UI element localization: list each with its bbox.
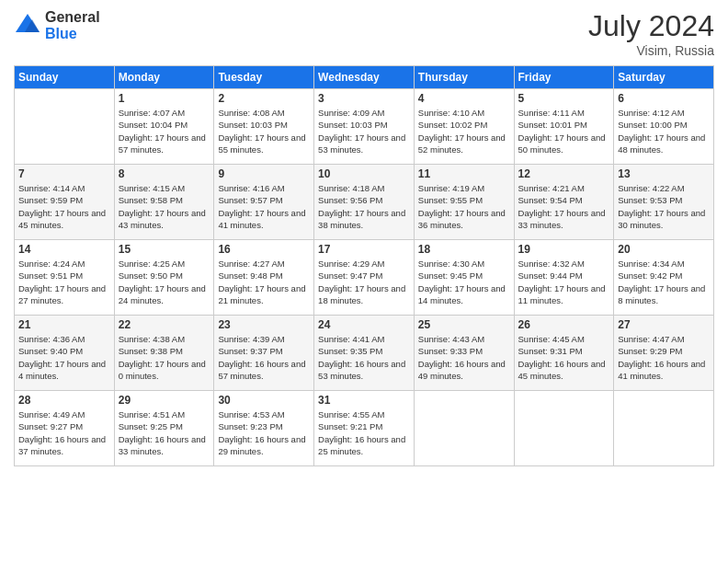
day-number: 14 — [18, 243, 110, 256]
day-info: Sunrise: 4:08 AMSunset: 10:03 PMDaylight… — [218, 107, 310, 155]
logo-blue-text: Blue — [45, 26, 100, 42]
day-info: Sunrise: 4:55 AMSunset: 9:21 PMDaylight:… — [318, 408, 410, 457]
calendar-cell: 2Sunrise: 4:08 AMSunset: 10:03 PMDayligh… — [214, 89, 314, 165]
calendar-cell: 18Sunrise: 4:30 AMSunset: 9:45 PMDayligh… — [414, 240, 514, 316]
calendar-cell: 27Sunrise: 4:47 AMSunset: 9:29 PMDayligh… — [614, 316, 714, 391]
day-info: Sunrise: 4:34 AMSunset: 9:42 PMDaylight:… — [618, 258, 710, 306]
calendar-cell: 10Sunrise: 4:18 AMSunset: 9:56 PMDayligh… — [314, 165, 415, 240]
calendar-container: General Blue July 2024 Visim, Russia Sun… — [0, 0, 728, 563]
day-header-monday: Monday — [114, 66, 214, 89]
calendar-cell — [15, 89, 115, 165]
day-info: Sunrise: 4:09 AMSunset: 10:03 PMDaylight… — [318, 107, 410, 155]
header: General Blue July 2024 Visim, Russia — [14, 9, 714, 58]
day-info: Sunrise: 4:30 AMSunset: 9:45 PMDaylight:… — [418, 258, 510, 306]
calendar-cell: 28Sunrise: 4:49 AMSunset: 9:27 PMDayligh… — [15, 391, 115, 466]
day-number: 5 — [518, 92, 610, 105]
day-number: 11 — [418, 167, 510, 180]
day-number: 8 — [119, 167, 210, 180]
month-year: July 2024 — [588, 9, 714, 43]
calendar-cell: 19Sunrise: 4:32 AMSunset: 9:44 PMDayligh… — [514, 240, 614, 316]
calendar-cell: 17Sunrise: 4:29 AMSunset: 9:47 PMDayligh… — [314, 240, 415, 316]
calendar-cell: 22Sunrise: 4:38 AMSunset: 9:38 PMDayligh… — [114, 316, 214, 391]
calendar-week-1: 1Sunrise: 4:07 AMSunset: 10:04 PMDayligh… — [15, 89, 714, 165]
calendar-cell: 4Sunrise: 4:10 AMSunset: 10:02 PMDayligh… — [414, 89, 514, 165]
day-info: Sunrise: 4:25 AMSunset: 9:50 PMDaylight:… — [119, 258, 210, 306]
calendar-week-3: 14Sunrise: 4:24 AMSunset: 9:51 PMDayligh… — [15, 240, 714, 316]
logo-general-text: General — [45, 9, 100, 26]
calendar-cell: 29Sunrise: 4:51 AMSunset: 9:25 PMDayligh… — [114, 391, 214, 466]
day-number: 21 — [18, 318, 110, 331]
calendar-cell: 31Sunrise: 4:55 AMSunset: 9:21 PMDayligh… — [314, 391, 415, 466]
calendar-cell: 11Sunrise: 4:19 AMSunset: 9:55 PMDayligh… — [414, 165, 514, 240]
day-info: Sunrise: 4:43 AMSunset: 9:33 PMDaylight:… — [418, 333, 510, 382]
calendar-cell: 3Sunrise: 4:09 AMSunset: 10:03 PMDayligh… — [314, 89, 415, 165]
day-number: 12 — [518, 167, 610, 180]
day-number: 2 — [218, 92, 310, 105]
day-header-wednesday: Wednesday — [314, 66, 415, 89]
calendar-body: 1Sunrise: 4:07 AMSunset: 10:04 PMDayligh… — [15, 89, 714, 466]
day-header-thursday: Thursday — [414, 66, 514, 89]
day-number: 20 — [618, 243, 710, 256]
day-number: 17 — [318, 243, 410, 256]
calendar-cell: 1Sunrise: 4:07 AMSunset: 10:04 PMDayligh… — [114, 89, 214, 165]
day-info: Sunrise: 4:41 AMSunset: 9:35 PMDaylight:… — [318, 333, 410, 382]
calendar-cell: 5Sunrise: 4:11 AMSunset: 10:01 PMDayligh… — [514, 89, 614, 165]
day-info: Sunrise: 4:24 AMSunset: 9:51 PMDaylight:… — [18, 258, 110, 306]
day-info: Sunrise: 4:49 AMSunset: 9:27 PMDaylight:… — [18, 408, 110, 457]
day-info: Sunrise: 4:51 AMSunset: 9:25 PMDaylight:… — [119, 408, 210, 457]
calendar-cell: 9Sunrise: 4:16 AMSunset: 9:57 PMDaylight… — [214, 165, 314, 240]
calendar-cell: 24Sunrise: 4:41 AMSunset: 9:35 PMDayligh… — [314, 316, 415, 391]
day-info: Sunrise: 4:29 AMSunset: 9:47 PMDaylight:… — [318, 258, 410, 306]
day-header-sunday: Sunday — [15, 66, 115, 89]
calendar-cell: 30Sunrise: 4:53 AMSunset: 9:23 PMDayligh… — [214, 391, 314, 466]
calendar-cell: 25Sunrise: 4:43 AMSunset: 9:33 PMDayligh… — [414, 316, 514, 391]
day-info: Sunrise: 4:11 AMSunset: 10:01 PMDaylight… — [518, 107, 610, 155]
calendar-week-2: 7Sunrise: 4:14 AMSunset: 9:59 PMDaylight… — [15, 165, 714, 240]
calendar-cell: 26Sunrise: 4:45 AMSunset: 9:31 PMDayligh… — [514, 316, 614, 391]
calendar-cell: 20Sunrise: 4:34 AMSunset: 9:42 PMDayligh… — [614, 240, 714, 316]
calendar-cell: 14Sunrise: 4:24 AMSunset: 9:51 PMDayligh… — [15, 240, 115, 316]
day-number: 28 — [18, 394, 110, 407]
day-info: Sunrise: 4:15 AMSunset: 9:58 PMDaylight:… — [119, 182, 210, 231]
day-number: 24 — [318, 318, 410, 331]
logo-icon — [14, 12, 41, 40]
calendar-cell: 6Sunrise: 4:12 AMSunset: 10:00 PMDayligh… — [614, 89, 714, 165]
day-info: Sunrise: 4:21 AMSunset: 9:54 PMDaylight:… — [518, 182, 610, 231]
day-info: Sunrise: 4:19 AMSunset: 9:55 PMDaylight:… — [418, 182, 510, 231]
calendar-cell: 16Sunrise: 4:27 AMSunset: 9:48 PMDayligh… — [214, 240, 314, 316]
calendar-cell — [514, 391, 614, 466]
day-info: Sunrise: 4:18 AMSunset: 9:56 PMDaylight:… — [318, 182, 410, 231]
day-number: 6 — [618, 92, 710, 105]
calendar-header-row: SundayMondayTuesdayWednesdayThursdayFrid… — [15, 66, 714, 89]
day-info: Sunrise: 4:36 AMSunset: 9:40 PMDaylight:… — [18, 333, 110, 382]
day-number: 18 — [418, 243, 510, 256]
day-info: Sunrise: 4:22 AMSunset: 9:53 PMDaylight:… — [618, 182, 710, 231]
day-number: 26 — [518, 318, 610, 331]
day-number: 31 — [318, 394, 410, 407]
day-number: 4 — [418, 92, 510, 105]
day-number: 15 — [119, 243, 210, 256]
day-info: Sunrise: 4:47 AMSunset: 9:29 PMDaylight:… — [618, 333, 710, 382]
calendar-cell: 8Sunrise: 4:15 AMSunset: 9:58 PMDaylight… — [114, 165, 214, 240]
logo: General Blue — [14, 9, 100, 41]
day-header-friday: Friday — [514, 66, 614, 89]
day-number: 7 — [18, 167, 110, 180]
day-header-saturday: Saturday — [614, 66, 714, 89]
day-number: 1 — [119, 92, 210, 105]
calendar-table: SundayMondayTuesdayWednesdayThursdayFrid… — [14, 65, 714, 466]
day-info: Sunrise: 4:14 AMSunset: 9:59 PMDaylight:… — [18, 182, 110, 231]
day-number: 25 — [418, 318, 510, 331]
day-number: 22 — [119, 318, 210, 331]
day-info: Sunrise: 4:53 AMSunset: 9:23 PMDaylight:… — [218, 408, 310, 457]
day-number: 23 — [218, 318, 310, 331]
day-info: Sunrise: 4:27 AMSunset: 9:48 PMDaylight:… — [218, 258, 310, 306]
day-number: 13 — [618, 167, 710, 180]
location: Visim, Russia — [588, 43, 714, 58]
title-block: July 2024 Visim, Russia — [588, 9, 714, 58]
day-header-tuesday: Tuesday — [214, 66, 314, 89]
day-info: Sunrise: 4:39 AMSunset: 9:37 PMDaylight:… — [218, 333, 310, 382]
day-number: 9 — [218, 167, 310, 180]
calendar-week-4: 21Sunrise: 4:36 AMSunset: 9:40 PMDayligh… — [15, 316, 714, 391]
day-info: Sunrise: 4:32 AMSunset: 9:44 PMDaylight:… — [518, 258, 610, 306]
logo-text: General Blue — [45, 9, 100, 41]
